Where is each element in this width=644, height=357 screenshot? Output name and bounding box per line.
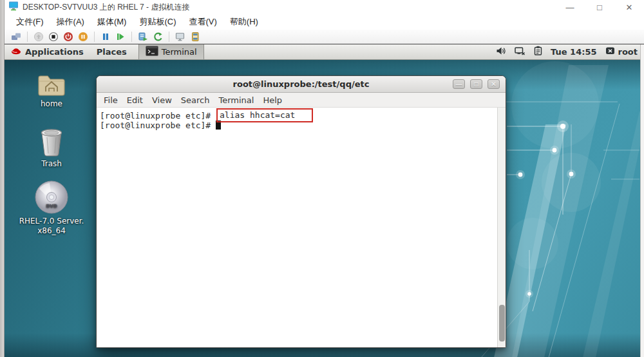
- reset-icon[interactable]: [115, 31, 126, 43]
- terminal-minimize-button[interactable]: —: [453, 79, 465, 89]
- toolbar-separator: [169, 32, 169, 42]
- hyperv-app-icon: [8, 1, 19, 14]
- host-close-button[interactable]: ✕: [614, 0, 644, 14]
- terminal-window-icon: [146, 46, 158, 58]
- terminal-title: root@linuxprobe:/test/qq/etc: [97, 79, 506, 89]
- window-list-terminal-label: Terminal: [162, 47, 197, 57]
- prompt-text: [root@linuxprobe etc]#: [100, 121, 216, 130]
- start-icon[interactable]: [33, 31, 44, 43]
- places-label: Places: [97, 47, 127, 57]
- terminal-scrollbar-thumb[interactable]: [499, 305, 505, 342]
- clock[interactable]: Tue 14:55: [551, 47, 596, 57]
- shut-down-icon[interactable]: [62, 31, 74, 43]
- save-icon[interactable]: [77, 31, 89, 43]
- toolbar-separator: [131, 32, 132, 42]
- host-menu-help[interactable]: 帮助(H): [223, 16, 265, 28]
- background-window-edge: [0, 0, 5, 357]
- desktop-icon-trash-label: Trash: [41, 159, 62, 168]
- desktop-icon-trash[interactable]: Trash: [31, 128, 72, 168]
- screenshot-root: DESKTOP-SVTVUU3 上的 RHEL 7 - 虚拟机连接 — □ ✕ …: [0, 0, 644, 357]
- svg-text:DVD: DVD: [46, 204, 57, 209]
- host-window-controls: — □ ✕: [555, 0, 644, 14]
- terminal-maximize-button[interactable]: □: [470, 79, 482, 89]
- desktop-icon-home[interactable]: home: [30, 73, 73, 108]
- desktop-icon-home-label: home: [41, 99, 62, 108]
- host-menubar: 文件(F) 操作(A) 媒体(M) 剪贴板(C) 查看(V) 帮助(H): [5, 14, 644, 30]
- applications-label: Applications: [25, 47, 84, 57]
- user-menu[interactable]: root: [605, 46, 638, 57]
- host-menu-view[interactable]: 查看(V): [183, 16, 223, 28]
- user-chat-icon: [605, 46, 615, 57]
- terminal-menu-terminal[interactable]: Terminal: [214, 95, 258, 105]
- checkpoint-icon[interactable]: [137, 31, 149, 43]
- volume-icon[interactable]: [496, 46, 506, 58]
- host-right-edge: [640, 44, 644, 357]
- share-icon[interactable]: [189, 31, 201, 43]
- terminal-close-button[interactable]: ✕: [488, 79, 500, 89]
- gnome-top-bar: Applications Places Terminal: [5, 44, 644, 60]
- host-maximize-button[interactable]: □: [585, 0, 614, 14]
- terminal-menu-edit[interactable]: Edit: [122, 95, 147, 105]
- terminal-window-controls: — □ ✕: [453, 79, 506, 89]
- home-folder-icon: [37, 73, 66, 97]
- enhanced-session-icon[interactable]: [175, 31, 186, 43]
- network-display-icon[interactable]: [515, 46, 526, 58]
- window-list-terminal-button[interactable]: Terminal: [138, 44, 204, 59]
- revert-icon[interactable]: [152, 31, 164, 43]
- desktop-icon-dvd[interactable]: DVD RHEL-7.0 Server. x86_64: [15, 180, 88, 235]
- command-text: alias hhcat=cat: [220, 110, 295, 120]
- terminal-line-1: [root@linuxprobe etc]# alias hhcat=cat: [100, 109, 506, 120]
- trash-can-icon: [38, 128, 65, 157]
- desktop-icon-dvd-label-line1: RHEL-7.0 Server.: [19, 217, 84, 226]
- terminal-scrollbar[interactable]: [497, 108, 506, 347]
- user-label: root: [618, 47, 638, 57]
- terminal-menu-help[interactable]: Help: [258, 95, 287, 105]
- host-titlebar: DESKTOP-SVTVUU3 上的 RHEL 7 - 虚拟机连接 — □ ✕: [5, 0, 644, 14]
- terminal-titlebar[interactable]: root@linuxprobe:/test/qq/etc — □ ✕: [97, 76, 506, 93]
- host-window-title: DESKTOP-SVTVUU3 上的 RHEL 7 - 虚拟机连接: [23, 2, 189, 13]
- redhat-logo-icon: [11, 47, 21, 57]
- host-menu-media[interactable]: 媒体(M): [91, 16, 133, 28]
- dvd-disc-icon: DVD: [34, 180, 69, 215]
- host-menu-file[interactable]: 文件(F): [10, 16, 50, 28]
- toolbar-separator: [94, 32, 95, 42]
- terminal-content[interactable]: [root@linuxprobe etc]# alias hhcat=cat […: [97, 108, 506, 347]
- turn-off-icon[interactable]: [48, 31, 59, 43]
- terminal-menubar: File Edit View Search Terminal Help: [97, 93, 506, 108]
- terminal-menu-view[interactable]: View: [147, 95, 176, 105]
- terminal-menu-search[interactable]: Search: [176, 95, 214, 105]
- applications-menu[interactable]: Applications: [5, 44, 90, 59]
- terminal-window: root@linuxprobe:/test/qq/etc — □ ✕ File …: [96, 75, 506, 348]
- desktop-icon-dvd-label-line2: x86_64: [37, 226, 66, 235]
- host-menu-action[interactable]: 操作(A): [50, 16, 91, 28]
- ctrl-alt-del-icon[interactable]: [10, 31, 22, 43]
- command-highlight-box: alias hhcat=cat: [216, 108, 313, 122]
- places-menu[interactable]: Places: [90, 44, 133, 59]
- prompt-text: [root@linuxprobe etc]#: [100, 111, 216, 121]
- host-toolbar: [5, 30, 644, 44]
- terminal-menu-file[interactable]: File: [99, 95, 122, 105]
- toolbar-separator: [27, 32, 28, 42]
- gnome-status-area: Tue 14:55 root: [496, 44, 644, 59]
- pause-icon[interactable]: [100, 31, 111, 43]
- host-minimize-button[interactable]: —: [555, 0, 585, 14]
- clipboard-icon[interactable]: [534, 46, 542, 58]
- host-menu-clipboard[interactable]: 剪贴板(C): [133, 16, 182, 28]
